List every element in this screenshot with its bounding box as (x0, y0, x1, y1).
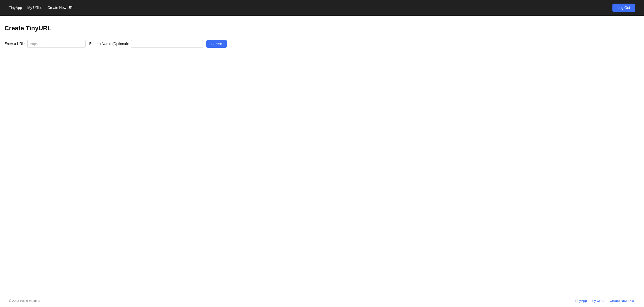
url-label: Enter a URL: (4, 42, 25, 46)
logout-button[interactable]: Log Out (612, 4, 635, 12)
page-title: Create TinyURL (4, 25, 635, 32)
name-label: Enter a Name (Optional): (89, 42, 129, 46)
name-input[interactable] (131, 40, 203, 48)
footer: © 2023 Pablo Escobar TinyApp My URLs Cre… (0, 294, 644, 307)
main-content: Create TinyURL Enter a URL: Enter a Name… (0, 16, 644, 294)
navbar-left: TinyApp My URLs Create New URL (9, 6, 74, 10)
footer-links: TinyApp My URLs Create New URL (574, 299, 635, 302)
footer-tinyapp-link[interactable]: TinyApp (574, 299, 587, 302)
footer-my-urls-link[interactable]: My URLs (592, 299, 605, 302)
url-input[interactable] (27, 40, 86, 48)
footer-create-new-url-link[interactable]: Create New URL (610, 299, 635, 302)
navbar-my-urls[interactable]: My URLs (27, 6, 42, 10)
name-form-group: Enter a Name (Optional): (89, 40, 203, 48)
submit-button[interactable]: Submit (206, 40, 227, 48)
navbar-brand[interactable]: TinyApp (9, 6, 22, 10)
navbar: TinyApp My URLs Create New URL Log Out (0, 0, 644, 16)
url-form-group: Enter a URL: (4, 40, 86, 48)
footer-copyright: © 2023 Pablo Escobar (9, 299, 40, 302)
navbar-create-new-url[interactable]: Create New URL (48, 6, 74, 10)
create-url-form: Enter a URL: Enter a Name (Optional): Su… (4, 40, 635, 48)
